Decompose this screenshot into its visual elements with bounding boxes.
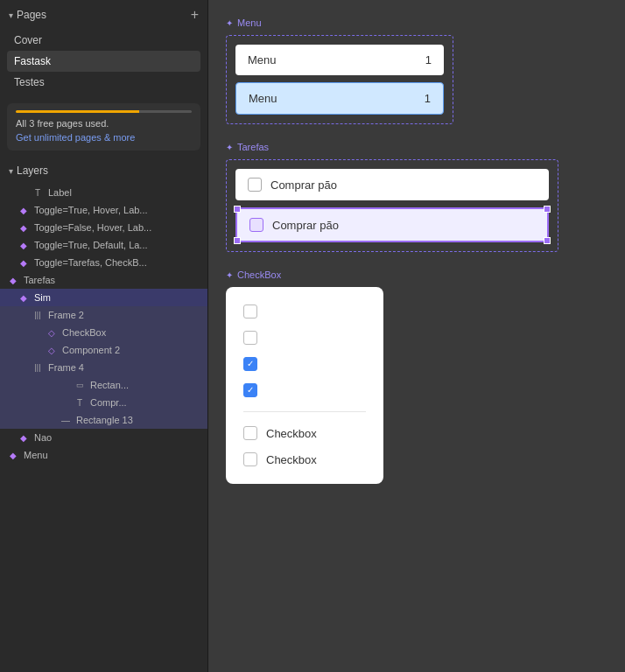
text-icon: T — [74, 396, 86, 409]
layer-item-label[interactable]: T Label — [0, 184, 207, 201]
cb-row-5: Checkbox — [243, 426, 366, 440]
layer-label: Nao — [34, 432, 200, 443]
layer-item-toggle-false-hover[interactable]: ◆ Toggle=False, Hover, Lab... — [0, 219, 207, 236]
layer-item-tarefas[interactable]: ◆ Tarefas — [0, 271, 207, 289]
diamond-icon: ◆ — [18, 221, 30, 234]
cb-row-2 — [243, 331, 366, 345]
layers-chevron-icon: ▾ — [9, 166, 13, 176]
check-icon: ✓ — [247, 360, 254, 368]
rect-icon: ▭ — [74, 379, 86, 391]
layer-item-checkbox[interactable]: ◇ CheckBox — [0, 324, 207, 341]
canvas-area: Menu Menu 1 Menu 1 Tarefas Comprar pão C… — [208, 0, 625, 672]
menu-label: Menu — [237, 18, 262, 28]
diamond-icon: ◆ — [18, 431, 30, 444]
tarefas-container: Comprar pão Comprar pão — [226, 159, 558, 252]
cb-row-1 — [243, 304, 366, 318]
layer-label: Component 2 — [62, 345, 200, 355]
layer-item-toggle-tarefas[interactable]: ◆ Toggle=Tarefas, CheckB... — [0, 254, 207, 271]
tarefas-checkbox-1[interactable] — [248, 178, 262, 192]
layer-item-compr[interactable]: T Compr... — [0, 394, 207, 411]
checkbox-2[interactable] — [243, 331, 257, 345]
layer-item-rect[interactable]: ▭ Rectan... — [0, 376, 207, 394]
layer-item-toggle-true-hover[interactable]: ◆ Toggle=True, Hover, Lab... — [0, 201, 207, 219]
page-item-fastask[interactable]: Fastask — [7, 51, 200, 72]
cb-row-3: ✓ — [243, 357, 366, 371]
frame-icon: ||| — [32, 361, 44, 374]
layers-section-header[interactable]: ▾ Layers — [0, 158, 207, 184]
layer-item-rect13[interactable]: — Rectangle 13 — [0, 411, 207, 429]
cb-row-4: ✓ — [243, 383, 366, 397]
checkbox-1[interactable] — [243, 304, 257, 318]
layer-label: Toggle=True, Hover, Lab... — [34, 205, 200, 215]
menu-item-2-text: Menu — [249, 92, 277, 105]
handle-br — [544, 237, 551, 244]
pages-upgrade-link[interactable]: Get unlimited pages & more — [16, 132, 135, 143]
layer-label: Menu — [24, 450, 200, 460]
layer-label: Frame 4 — [48, 362, 200, 373]
checkbox-6-label: Checkbox — [266, 453, 317, 466]
pages-section-header[interactable]: ▾ Pages + — [0, 0, 207, 30]
page-item-testes[interactable]: Testes — [7, 72, 200, 93]
divider — [243, 411, 366, 412]
checkbox-3[interactable]: ✓ — [243, 357, 257, 371]
sparkle-icon — [226, 270, 233, 280]
layer-label: Rectan... — [90, 380, 200, 390]
tarefas-item-1-text: Comprar pão — [270, 178, 337, 192]
menu-item-2-count: 1 — [425, 92, 431, 105]
handle-tr — [544, 206, 551, 213]
handle-tl — [234, 206, 241, 213]
pages-header-left: ▾ Pages — [9, 9, 46, 21]
diamond-icon: ◆ — [18, 291, 30, 304]
layer-label: Rectangle 13 — [76, 415, 200, 425]
checkbox-5[interactable] — [243, 426, 257, 440]
layer-item-component2[interactable]: ◇ Component 2 — [0, 341, 207, 359]
tarefas-section-label: Tarefas — [226, 142, 607, 152]
layer-item-frame2[interactable]: ||| Frame 2 — [0, 306, 207, 324]
pages-usage-bar — [16, 110, 192, 113]
pages-section-label: Pages — [17, 9, 46, 21]
layer-item-frame4[interactable]: ||| Frame 4 — [0, 359, 207, 376]
layers-list: T Label ◆ Toggle=True, Hover, Lab... ◆ T… — [0, 184, 207, 672]
layers-section-label: Layers — [17, 164, 48, 177]
component-icon: ◆ — [7, 274, 19, 286]
sparkle-icon — [226, 142, 233, 152]
diamond-icon: ◆ — [18, 256, 30, 269]
layer-item-sim[interactable]: ◆ Sim — [0, 289, 207, 306]
menu-item-2[interactable]: Menu 1 — [235, 82, 444, 115]
menu-item-1[interactable]: Menu 1 — [235, 45, 444, 75]
tarefas-item-2-text: Comprar pão — [272, 219, 339, 232]
tarefas-item-2[interactable]: Comprar pão — [235, 207, 549, 242]
menu-container: Menu 1 Menu 1 — [226, 35, 453, 124]
layer-item-menu[interactable]: ◆ Menu — [0, 446, 207, 464]
page-item-cover[interactable]: Cover — [7, 30, 200, 51]
layer-label: Tarefas — [24, 275, 200, 285]
pages-chevron-icon: ▾ — [9, 10, 13, 20]
layers-header-left: ▾ Layers — [9, 164, 48, 177]
layer-label: Frame 2 — [48, 310, 200, 320]
diamond-icon: ◆ — [18, 239, 30, 251]
cb-row-6: Checkbox — [243, 452, 366, 466]
checkbox-6[interactable] — [243, 452, 257, 466]
sparkle-icon — [226, 18, 233, 28]
checkbox-container: ✓ ✓ Checkbox Checkbox — [226, 287, 383, 484]
diamond-icon: ◆ — [18, 204, 30, 216]
add-page-button[interactable]: + — [191, 7, 199, 23]
diamond-outline-icon: ◇ — [46, 344, 58, 356]
checkbox-section-label: CheckBox — [226, 270, 607, 280]
pages-list: Cover Fastask Testes — [0, 30, 207, 96]
menu-item-1-text: Menu — [248, 53, 277, 66]
component-icon: ◆ — [7, 449, 19, 461]
menu-section-label: Menu — [226, 18, 607, 28]
layer-item-nao[interactable]: ◆ Nao — [0, 429, 207, 446]
tarefas-item-1[interactable]: Comprar pão — [235, 169, 549, 200]
tarefas-checkbox-2[interactable] — [249, 218, 263, 232]
pages-notice-text: All 3 free pages used. — [16, 118, 192, 129]
handle-bl — [234, 237, 241, 244]
check-icon: ✓ — [247, 386, 254, 395]
layer-item-toggle-true-default[interactable]: ◆ Toggle=True, Default, La... — [0, 236, 207, 254]
tarefas-label: Tarefas — [237, 142, 269, 152]
menu-item-1-count: 1 — [425, 53, 432, 66]
layer-label: Toggle=True, Default, La... — [34, 240, 200, 250]
checkbox-4[interactable]: ✓ — [243, 383, 257, 397]
layer-label: Compr... — [90, 397, 200, 408]
